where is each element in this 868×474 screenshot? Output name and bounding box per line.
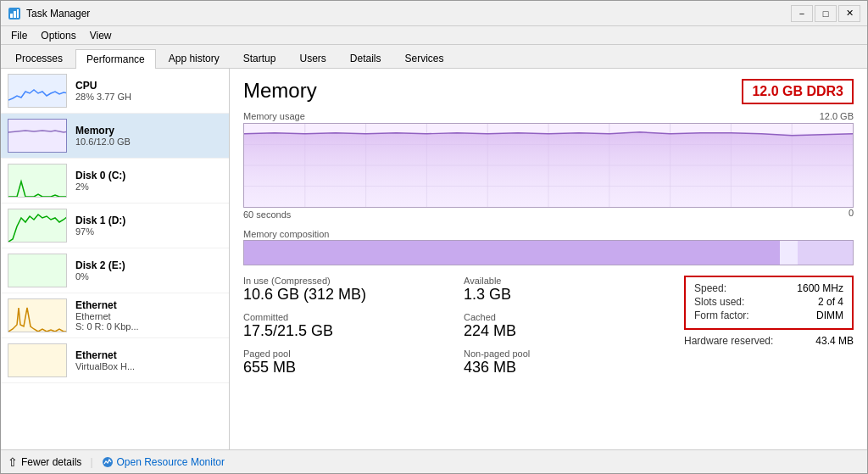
tab-details[interactable]: Details (339, 48, 392, 68)
available-block: Available 1.3 GB (464, 276, 667, 304)
slots-label: Slots used: (694, 296, 744, 308)
composition-cache (798, 241, 853, 265)
non-paged-pool-block: Non-paged pool 436 MB (464, 349, 667, 376)
usage-chart-label: Memory usage (243, 111, 305, 121)
memory-info: Memory 10.6/12.0 GB (75, 125, 131, 147)
eth2-chart (8, 343, 67, 377)
paged-pool-label: Paged pool (243, 349, 447, 359)
fewer-details-icon: ⇧ (8, 455, 18, 469)
menu-bar: File Options View (1, 26, 867, 45)
sidebar-item-disk1[interactable]: Disk 1 (D:) 97% (1, 204, 229, 248)
sidebar-item-memory[interactable]: Memory 10.6/12.0 GB (1, 114, 229, 159)
disk0-chart (8, 164, 67, 198)
speed-label: Speed: (694, 282, 726, 294)
disk1-chart (8, 209, 67, 243)
cpu-value: 28% 3.77 GH (75, 92, 131, 102)
composition-graph (243, 240, 854, 265)
title-bar: Task Manager − □ ✕ (1, 1, 867, 26)
cpu-info: CPU 28% 3.77 GH (75, 80, 131, 102)
sidebar-item-eth2[interactable]: Ethernet VirtualBox H... (1, 338, 229, 383)
cached-block: Cached 224 MB (464, 312, 667, 340)
task-manager-window: Task Manager − □ ✕ File Options View Pro… (0, 0, 868, 474)
committed-block: Committed 17.5/21.5 GB (243, 312, 447, 340)
in-use-value: 10.6 GB (312 MB) (243, 286, 447, 304)
svg-rect-4 (8, 120, 67, 153)
resource-monitor-label: Open Resource Monitor (117, 456, 225, 468)
window-title: Task Manager (26, 8, 791, 20)
composition-label: Memory composition (243, 229, 329, 239)
sidebar-item-disk2[interactable]: Disk 2 (E:) 0% (1, 248, 229, 293)
form-label: Form factor: (694, 309, 749, 321)
menu-view[interactable]: View (83, 28, 119, 43)
tab-users[interactable]: Users (288, 48, 337, 68)
tab-performance[interactable]: Performance (75, 49, 156, 69)
sidebar-item-disk0[interactable]: Disk 0 (C:) 2% (1, 159, 229, 204)
disk1-value: 97% (75, 226, 125, 237)
paged-pool-value: 655 MB (243, 359, 447, 376)
sidebar-item-cpu[interactable]: CPU 28% 3.77 GH (1, 69, 229, 114)
content-header: Memory 12.0 GB DDR3 (243, 79, 854, 104)
tab-app-history[interactable]: App history (158, 48, 231, 68)
usage-chart-max: 12.0 GB (820, 111, 854, 123)
eth2-name: Ethernet (75, 349, 135, 361)
page-title: Memory (243, 79, 317, 103)
close-button[interactable]: ✕ (838, 5, 860, 22)
tab-bar: Processes Performance App history Startu… (1, 45, 867, 69)
in-use-block: In use (Compressed) 10.6 GB (312 MB) (243, 276, 447, 304)
tab-services[interactable]: Services (394, 48, 455, 68)
maximize-button[interactable]: □ (815, 5, 837, 22)
main-content: CPU 28% 3.77 GH Memory 10.6/12.0 GB (1, 69, 867, 449)
svg-rect-2 (14, 11, 16, 18)
disk0-info: Disk 0 (C:) 2% (75, 170, 125, 192)
hw-reserved-value: 43.4 MB (815, 335, 854, 347)
fewer-details-label: Fewer details (21, 456, 81, 468)
form-row: Form factor: DIMM (694, 309, 843, 321)
disk2-info: Disk 2 (E:) 0% (75, 259, 125, 282)
resource-monitor-icon (102, 456, 114, 468)
window-controls: − □ ✕ (791, 5, 860, 22)
cpu-name: CPU (75, 80, 131, 92)
sidebar: CPU 28% 3.77 GH Memory 10.6/12.0 GB (1, 69, 230, 449)
memory-usage-graph (243, 123, 854, 208)
cached-value: 224 MB (464, 322, 667, 340)
in-use-label: In use (Compressed) (243, 276, 447, 286)
eth1-info: Ethernet Ethernet S: 0 R: 0 Kbp... (75, 299, 139, 332)
memory-value: 10.6/12.0 GB (75, 137, 131, 147)
disk2-chart (8, 254, 67, 287)
svg-rect-3 (17, 9, 19, 18)
disk2-name: Disk 2 (E:) (75, 259, 125, 271)
disk1-info: Disk 1 (D:) 97% (75, 215, 125, 237)
eth1-name: Ethernet (75, 299, 139, 311)
disk0-value: 2% (75, 181, 125, 192)
tab-processes[interactable]: Processes (4, 48, 74, 68)
footer: ⇧ Fewer details | Open Resource Monitor (1, 449, 867, 473)
available-value: 1.3 GB (464, 286, 667, 304)
paged-pool-block: Paged pool 655 MB (243, 349, 447, 376)
memory-badge: 12.0 GB DDR3 (742, 79, 854, 104)
disk2-value: 0% (75, 271, 125, 282)
svg-rect-1 (10, 14, 13, 18)
cpu-chart (8, 74, 67, 108)
fewer-details-button[interactable]: ⇧ Fewer details (8, 455, 81, 469)
usage-time-label: 60 seconds (243, 209, 291, 220)
tab-startup[interactable]: Startup (232, 48, 287, 68)
cached-label: Cached (464, 312, 667, 322)
memory-usage-section: Memory usage 12.0 GB (243, 111, 854, 220)
stats-left: In use (Compressed) 10.6 GB (312 MB) Ava… (243, 276, 667, 382)
content-area: Memory 12.0 GB DDR3 Memory usage 12.0 GB (230, 69, 867, 449)
disk1-name: Disk 1 (D:) (75, 215, 125, 226)
non-paged-pool-label: Non-paged pool (464, 349, 667, 359)
minimize-button[interactable]: − (791, 5, 813, 22)
svg-rect-5 (8, 344, 67, 377)
menu-file[interactable]: File (4, 28, 34, 43)
app-icon (8, 7, 21, 20)
resource-monitor-link[interactable]: Open Resource Monitor (102, 456, 225, 468)
sidebar-item-eth1[interactable]: Ethernet Ethernet S: 0 R: 0 Kbp... (1, 293, 229, 338)
speed-row: Speed: 1600 MHz (694, 282, 843, 294)
available-label: Available (464, 276, 667, 286)
memory-name: Memory (75, 125, 131, 137)
footer-divider: | (90, 456, 92, 468)
slots-value: 2 of 4 (818, 296, 843, 308)
disk0-name: Disk 0 (C:) (75, 170, 125, 181)
menu-options[interactable]: Options (34, 28, 82, 43)
